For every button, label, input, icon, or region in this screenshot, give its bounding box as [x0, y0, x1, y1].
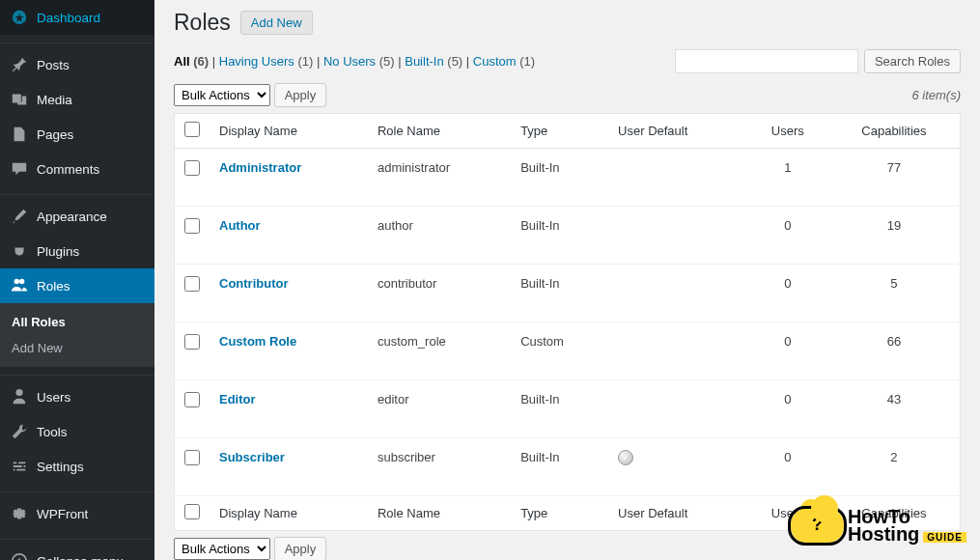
row-checkbox[interactable]	[184, 450, 200, 465]
col-capabilities[interactable]: Capabilities	[828, 114, 961, 149]
default-cell	[608, 438, 747, 496]
sidebar-item-tools[interactable]: Tools	[0, 414, 154, 449]
sidebar-item-label: Posts	[37, 58, 70, 72]
submenu-item-all-roles[interactable]: All Roles	[0, 309, 154, 335]
sidebar-item-comments[interactable]: Comments	[0, 152, 154, 186]
col-user-default[interactable]: User Default	[608, 114, 747, 149]
table-row: SubscribersubscriberBuilt-In02	[175, 438, 961, 496]
type-cell: Custom	[511, 322, 608, 380]
role-link[interactable]: Administrator	[219, 160, 301, 175]
filter-builtin[interactable]: Built-In (5)	[405, 54, 462, 69]
sidebar-item-plugins[interactable]: Plugins	[0, 234, 154, 268]
role-name-cell: contributor	[368, 265, 511, 322]
search-input[interactable]	[675, 49, 858, 73]
row-checkbox[interactable]	[184, 392, 200, 407]
type-cell: Built-In	[511, 265, 608, 322]
sidebar-item-roles[interactable]: Roles	[0, 268, 154, 303]
submenu-item-add-new[interactable]: Add New	[0, 335, 154, 361]
table-row: Custom Rolecustom_roleCustom066	[175, 322, 961, 380]
sidebar-item-label: Collapse menu	[37, 554, 124, 561]
sidebar-item-label: Media	[37, 93, 72, 107]
col-type[interactable]: Type	[511, 114, 608, 149]
users-cell: 0	[747, 322, 828, 380]
sidebar-item-label: Settings	[37, 460, 84, 474]
filter-no-users[interactable]: No Users (5)	[323, 54, 395, 69]
bulk-actions-select-bottom[interactable]: Bulk Actions	[174, 538, 270, 560]
sidebar-item-posts[interactable]: Posts	[0, 47, 154, 82]
roles-table: Display Name Role Name Type User Default…	[174, 113, 961, 531]
filter-links: All (6) | Having Users (1) | No Users (5…	[174, 54, 535, 69]
col-role-name[interactable]: Role Name	[368, 114, 511, 149]
sidebar-item-dashboard[interactable]: Dashboard	[0, 0, 154, 35]
role-name-cell: editor	[368, 380, 511, 438]
media-icon	[10, 90, 29, 109]
type-cell: Built-In	[511, 207, 608, 265]
sidebar-item-label: Plugins	[37, 244, 79, 259]
user-icon	[10, 387, 29, 406]
table-row: EditoreditorBuilt-In043	[175, 380, 961, 438]
role-link[interactable]: Editor	[219, 392, 256, 406]
col-display-name[interactable]: Display Name	[210, 114, 368, 149]
role-name-cell: administrator	[368, 149, 511, 207]
sidebar-item-label: WPFront	[37, 507, 88, 521]
select-all-checkbox[interactable]	[184, 122, 200, 137]
sidebar-item-settings[interactable]: Settings	[0, 449, 154, 484]
col-users[interactable]: Users	[747, 114, 828, 149]
sidebar-item-appearance[interactable]: Appearance	[0, 199, 154, 234]
role-name-cell: author	[368, 207, 511, 265]
users-cell: 0	[747, 438, 828, 496]
sidebar-item-label: Pages	[37, 127, 73, 142]
wrench-icon	[10, 422, 29, 441]
users-cell: 0	[747, 265, 828, 322]
sidebar-item-wpfront[interactable]: WPFront	[0, 496, 154, 531]
caps-cell: 43	[828, 380, 961, 438]
pin-icon	[10, 55, 29, 74]
apply-button[interactable]: Apply	[274, 83, 327, 107]
comment-icon	[10, 159, 29, 179]
table-row: AuthorauthorBuilt-In019	[175, 207, 961, 265]
default-cell	[608, 380, 747, 438]
role-link[interactable]: Contributor	[219, 276, 288, 291]
role-link[interactable]: Author	[219, 218, 261, 233]
filter-all[interactable]: All (6)	[174, 54, 209, 69]
sidebar-item-collapse-menu[interactable]: Collapse menu	[0, 544, 154, 560]
select-all-checkbox-bottom[interactable]	[184, 504, 200, 519]
caps-cell: 19	[828, 207, 961, 265]
users-cell: 0	[747, 380, 828, 438]
filter-custom[interactable]: Custom (1)	[473, 54, 535, 69]
check-icon	[618, 450, 633, 465]
bulk-actions-select[interactable]: Bulk Actions	[174, 84, 270, 106]
pages-icon	[10, 125, 29, 144]
filter-having-users[interactable]: Having Users (1)	[219, 54, 314, 69]
sidebar-item-users[interactable]: Users	[0, 379, 154, 414]
role-name-cell: custom_role	[368, 322, 511, 380]
type-cell: Built-In	[511, 380, 608, 438]
users-cell: 0	[747, 207, 828, 265]
sidebar-item-pages[interactable]: Pages	[0, 117, 154, 152]
table-row: ContributorcontributorBuilt-In05	[175, 265, 961, 322]
sidebar-item-label: Roles	[37, 279, 70, 294]
brush-icon	[10, 207, 29, 226]
type-cell: Built-In	[511, 438, 608, 496]
caps-cell: 2	[828, 438, 961, 496]
role-link[interactable]: Custom Role	[219, 334, 296, 349]
row-checkbox[interactable]	[184, 334, 200, 350]
type-cell: Built-In	[511, 149, 608, 207]
default-cell	[608, 322, 747, 380]
search-button[interactable]: Search Roles	[864, 49, 961, 73]
role-link[interactable]: Subscriber	[219, 450, 285, 464]
table-row: AdministratoradministratorBuilt-In177	[175, 149, 961, 207]
role-name-cell: subscriber	[368, 438, 511, 496]
gear-icon	[10, 504, 29, 523]
sidebar-item-media[interactable]: Media	[0, 82, 154, 117]
users-icon	[10, 276, 29, 295]
apply-button-bottom[interactable]: Apply	[274, 537, 327, 560]
row-checkbox[interactable]	[184, 218, 200, 234]
collapse-icon	[10, 551, 29, 560]
plug-icon	[10, 241, 29, 261]
row-checkbox[interactable]	[184, 276, 200, 292]
add-new-button[interactable]: Add New	[240, 11, 313, 35]
sliders-icon	[10, 457, 29, 476]
default-cell	[608, 207, 747, 265]
row-checkbox[interactable]	[184, 160, 200, 176]
